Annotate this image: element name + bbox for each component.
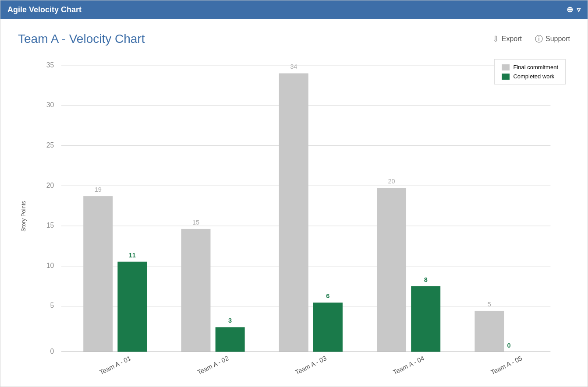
svg-text:20: 20 <box>46 181 54 189</box>
chart-actions: ⇩ Export ⓘ Support <box>492 34 570 44</box>
bar-completed-3 <box>313 303 343 352</box>
y-axis-label: Story Points <box>18 55 28 378</box>
svg-text:15: 15 <box>46 221 54 229</box>
svg-text:0: 0 <box>507 341 510 349</box>
svg-text:6: 6 <box>326 292 329 299</box>
svg-text:30: 30 <box>46 101 54 109</box>
chart-plot: 35 30 25 20 15 10 5 <box>32 55 570 378</box>
bar-commitment-2 <box>181 229 210 352</box>
svg-text:5: 5 <box>50 301 54 310</box>
bar-commitment-3 <box>279 74 308 352</box>
svg-text:15: 15 <box>192 218 199 226</box>
bar-commitment-4 <box>377 188 406 352</box>
chart-area: Story Points 35 30 <box>18 55 570 378</box>
widget-container: Agile Velocity Chart ⊕ ▿ Team A - Veloci… <box>0 0 588 387</box>
bar-completed-1 <box>117 262 147 352</box>
svg-text:34: 34 <box>290 63 297 70</box>
bar-commitment-5 <box>475 311 504 352</box>
svg-text:20: 20 <box>388 177 395 185</box>
legend-color-completed <box>502 74 510 80</box>
bar-completed-4 <box>411 286 440 352</box>
svg-text:Team A - 01: Team A - 01 <box>99 354 132 376</box>
export-icon: ⇩ <box>492 34 499 44</box>
svg-text:19: 19 <box>95 186 102 194</box>
support-button[interactable]: ⓘ Support <box>535 34 570 44</box>
move-icon[interactable]: ⊕ <box>567 5 573 14</box>
svg-text:Team A - 04: Team A - 04 <box>392 354 425 376</box>
bar-completed-2 <box>216 327 245 352</box>
chart-title: Team A - Velocity Chart <box>18 32 145 46</box>
dropdown-icon[interactable]: ▿ <box>577 5 581 14</box>
export-button[interactable]: ⇩ Export <box>492 34 522 44</box>
bar-commitment-1 <box>83 196 113 352</box>
svg-text:35: 35 <box>46 60 54 69</box>
chart-top-bar: Team A - Velocity Chart ⇩ Export ⓘ Suppo… <box>18 32 570 46</box>
legend: Final commitment Completed work <box>494 59 566 84</box>
legend-color-commitment <box>502 64 510 70</box>
svg-text:Team A - 02: Team A - 02 <box>196 354 230 376</box>
legend-item-completed: Completed work <box>502 73 558 80</box>
svg-text:8: 8 <box>424 276 428 284</box>
widget-body: Team A - Velocity Chart ⇩ Export ⓘ Suppo… <box>0 19 588 387</box>
legend-item-commitment: Final commitment <box>502 64 558 70</box>
chart-with-legend: 35 30 25 20 15 10 5 <box>32 55 570 378</box>
svg-text:3: 3 <box>228 316 232 324</box>
support-label: Support <box>545 35 570 43</box>
widget-title: Agile Velocity Chart <box>7 5 81 14</box>
export-label: Export <box>502 35 522 43</box>
svg-text:10: 10 <box>46 261 54 269</box>
legend-label-commitment: Final commitment <box>513 64 558 70</box>
legend-label-completed: Completed work <box>513 73 554 80</box>
svg-text:25: 25 <box>46 141 54 149</box>
chart-svg: 35 30 25 20 15 10 5 <box>32 55 570 378</box>
widget-header: Agile Velocity Chart ⊕ ▿ <box>0 0 588 19</box>
svg-text:11: 11 <box>129 251 136 259</box>
header-icons: ⊕ ▿ <box>567 5 581 14</box>
chart-inner: 35 30 25 20 15 10 5 <box>32 55 570 378</box>
svg-text:0: 0 <box>50 347 54 355</box>
svg-text:Team A - 05: Team A - 05 <box>490 354 523 376</box>
svg-text:Team A - 03: Team A - 03 <box>294 354 327 376</box>
svg-text:5: 5 <box>488 300 491 308</box>
support-icon: ⓘ <box>535 34 543 44</box>
